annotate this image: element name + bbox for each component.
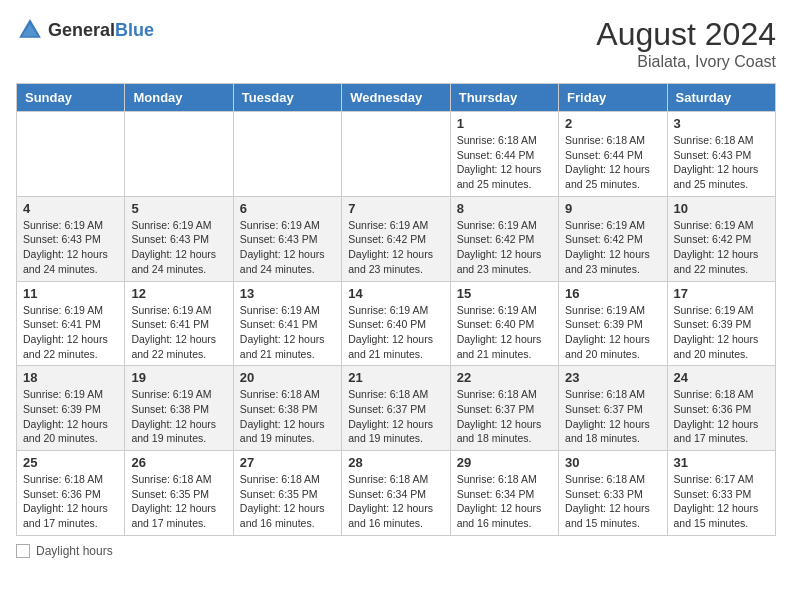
calendar-day-cell: 12Sunrise: 6:19 AM Sunset: 6:41 PM Dayli…: [125, 281, 233, 366]
calendar-day-cell: [233, 112, 341, 197]
calendar-day-header: Tuesday: [233, 84, 341, 112]
calendar-day-cell: 16Sunrise: 6:19 AM Sunset: 6:39 PM Dayli…: [559, 281, 667, 366]
page-subtitle: Bialata, Ivory Coast: [596, 53, 776, 71]
day-number: 10: [674, 201, 769, 216]
calendar-day-cell: [17, 112, 125, 197]
calendar-day-header: Friday: [559, 84, 667, 112]
calendar-day-header: Saturday: [667, 84, 775, 112]
day-info: Sunrise: 6:19 AM Sunset: 6:39 PM Dayligh…: [565, 303, 660, 362]
calendar-week-row: 25Sunrise: 6:18 AM Sunset: 6:36 PM Dayli…: [17, 451, 776, 536]
calendar-day-cell: [125, 112, 233, 197]
calendar-day-cell: [342, 112, 450, 197]
calendar-day-cell: 31Sunrise: 6:17 AM Sunset: 6:33 PM Dayli…: [667, 451, 775, 536]
day-info: Sunrise: 6:19 AM Sunset: 6:39 PM Dayligh…: [674, 303, 769, 362]
day-number: 9: [565, 201, 660, 216]
calendar-day-cell: 13Sunrise: 6:19 AM Sunset: 6:41 PM Dayli…: [233, 281, 341, 366]
day-info: Sunrise: 6:19 AM Sunset: 6:42 PM Dayligh…: [674, 218, 769, 277]
day-number: 25: [23, 455, 118, 470]
day-info: Sunrise: 6:19 AM Sunset: 6:42 PM Dayligh…: [348, 218, 443, 277]
day-info: Sunrise: 6:18 AM Sunset: 6:37 PM Dayligh…: [457, 387, 552, 446]
day-number: 24: [674, 370, 769, 385]
page-header: GeneralBlue August 2024 Bialata, Ivory C…: [16, 16, 776, 71]
day-number: 22: [457, 370, 552, 385]
calendar-day-cell: 11Sunrise: 6:19 AM Sunset: 6:41 PM Dayli…: [17, 281, 125, 366]
day-info: Sunrise: 6:18 AM Sunset: 6:38 PM Dayligh…: [240, 387, 335, 446]
calendar-day-cell: 1Sunrise: 6:18 AM Sunset: 6:44 PM Daylig…: [450, 112, 558, 197]
calendar-day-cell: 3Sunrise: 6:18 AM Sunset: 6:43 PM Daylig…: [667, 112, 775, 197]
calendar-table: SundayMondayTuesdayWednesdayThursdayFrid…: [16, 83, 776, 536]
day-number: 26: [131, 455, 226, 470]
day-number: 23: [565, 370, 660, 385]
day-info: Sunrise: 6:18 AM Sunset: 6:34 PM Dayligh…: [457, 472, 552, 531]
day-info: Sunrise: 6:19 AM Sunset: 6:38 PM Dayligh…: [131, 387, 226, 446]
logo-general: General: [48, 20, 115, 40]
calendar-week-row: 11Sunrise: 6:19 AM Sunset: 6:41 PM Dayli…: [17, 281, 776, 366]
day-number: 15: [457, 286, 552, 301]
calendar-day-cell: 10Sunrise: 6:19 AM Sunset: 6:42 PM Dayli…: [667, 196, 775, 281]
day-info: Sunrise: 6:18 AM Sunset: 6:34 PM Dayligh…: [348, 472, 443, 531]
calendar-day-cell: 5Sunrise: 6:19 AM Sunset: 6:43 PM Daylig…: [125, 196, 233, 281]
day-info: Sunrise: 6:19 AM Sunset: 6:43 PM Dayligh…: [240, 218, 335, 277]
footer-label: Daylight hours: [36, 544, 113, 558]
calendar-day-cell: 20Sunrise: 6:18 AM Sunset: 6:38 PM Dayli…: [233, 366, 341, 451]
logo: GeneralBlue: [16, 16, 154, 44]
title-block: August 2024 Bialata, Ivory Coast: [596, 16, 776, 71]
day-info: Sunrise: 6:18 AM Sunset: 6:37 PM Dayligh…: [348, 387, 443, 446]
day-number: 28: [348, 455, 443, 470]
day-number: 31: [674, 455, 769, 470]
calendar-day-cell: 25Sunrise: 6:18 AM Sunset: 6:36 PM Dayli…: [17, 451, 125, 536]
calendar-day-header: Monday: [125, 84, 233, 112]
day-number: 20: [240, 370, 335, 385]
calendar-week-row: 18Sunrise: 6:19 AM Sunset: 6:39 PM Dayli…: [17, 366, 776, 451]
day-info: Sunrise: 6:19 AM Sunset: 6:40 PM Dayligh…: [348, 303, 443, 362]
calendar-day-cell: 6Sunrise: 6:19 AM Sunset: 6:43 PM Daylig…: [233, 196, 341, 281]
day-number: 5: [131, 201, 226, 216]
day-info: Sunrise: 6:19 AM Sunset: 6:41 PM Dayligh…: [240, 303, 335, 362]
day-info: Sunrise: 6:17 AM Sunset: 6:33 PM Dayligh…: [674, 472, 769, 531]
day-number: 19: [131, 370, 226, 385]
day-number: 13: [240, 286, 335, 301]
day-info: Sunrise: 6:18 AM Sunset: 6:37 PM Dayligh…: [565, 387, 660, 446]
day-info: Sunrise: 6:19 AM Sunset: 6:41 PM Dayligh…: [23, 303, 118, 362]
calendar-day-header: Thursday: [450, 84, 558, 112]
day-info: Sunrise: 6:19 AM Sunset: 6:40 PM Dayligh…: [457, 303, 552, 362]
day-info: Sunrise: 6:19 AM Sunset: 6:43 PM Dayligh…: [131, 218, 226, 277]
day-number: 30: [565, 455, 660, 470]
day-info: Sunrise: 6:18 AM Sunset: 6:36 PM Dayligh…: [674, 387, 769, 446]
day-info: Sunrise: 6:19 AM Sunset: 6:39 PM Dayligh…: [23, 387, 118, 446]
calendar-day-cell: 23Sunrise: 6:18 AM Sunset: 6:37 PM Dayli…: [559, 366, 667, 451]
day-number: 11: [23, 286, 118, 301]
calendar-day-cell: 19Sunrise: 6:19 AM Sunset: 6:38 PM Dayli…: [125, 366, 233, 451]
day-number: 3: [674, 116, 769, 131]
calendar-week-row: 1Sunrise: 6:18 AM Sunset: 6:44 PM Daylig…: [17, 112, 776, 197]
day-number: 2: [565, 116, 660, 131]
day-info: Sunrise: 6:19 AM Sunset: 6:42 PM Dayligh…: [565, 218, 660, 277]
calendar-footer: Daylight hours: [16, 544, 776, 558]
calendar-day-cell: 8Sunrise: 6:19 AM Sunset: 6:42 PM Daylig…: [450, 196, 558, 281]
day-info: Sunrise: 6:18 AM Sunset: 6:35 PM Dayligh…: [131, 472, 226, 531]
day-number: 16: [565, 286, 660, 301]
logo-blue: Blue: [115, 20, 154, 40]
day-number: 29: [457, 455, 552, 470]
calendar-day-cell: 9Sunrise: 6:19 AM Sunset: 6:42 PM Daylig…: [559, 196, 667, 281]
calendar-day-cell: 28Sunrise: 6:18 AM Sunset: 6:34 PM Dayli…: [342, 451, 450, 536]
day-number: 17: [674, 286, 769, 301]
calendar-day-cell: 24Sunrise: 6:18 AM Sunset: 6:36 PM Dayli…: [667, 366, 775, 451]
day-info: Sunrise: 6:18 AM Sunset: 6:44 PM Dayligh…: [457, 133, 552, 192]
logo-text: GeneralBlue: [48, 20, 154, 41]
calendar-day-cell: 2Sunrise: 6:18 AM Sunset: 6:44 PM Daylig…: [559, 112, 667, 197]
calendar-day-cell: 21Sunrise: 6:18 AM Sunset: 6:37 PM Dayli…: [342, 366, 450, 451]
calendar-day-header: Sunday: [17, 84, 125, 112]
day-info: Sunrise: 6:18 AM Sunset: 6:35 PM Dayligh…: [240, 472, 335, 531]
day-number: 4: [23, 201, 118, 216]
day-number: 6: [240, 201, 335, 216]
day-number: 12: [131, 286, 226, 301]
day-number: 27: [240, 455, 335, 470]
day-info: Sunrise: 6:19 AM Sunset: 6:42 PM Dayligh…: [457, 218, 552, 277]
day-info: Sunrise: 6:18 AM Sunset: 6:44 PM Dayligh…: [565, 133, 660, 192]
logo-icon: [16, 16, 44, 44]
calendar-header-row: SundayMondayTuesdayWednesdayThursdayFrid…: [17, 84, 776, 112]
calendar-day-header: Wednesday: [342, 84, 450, 112]
day-info: Sunrise: 6:19 AM Sunset: 6:41 PM Dayligh…: [131, 303, 226, 362]
day-number: 7: [348, 201, 443, 216]
